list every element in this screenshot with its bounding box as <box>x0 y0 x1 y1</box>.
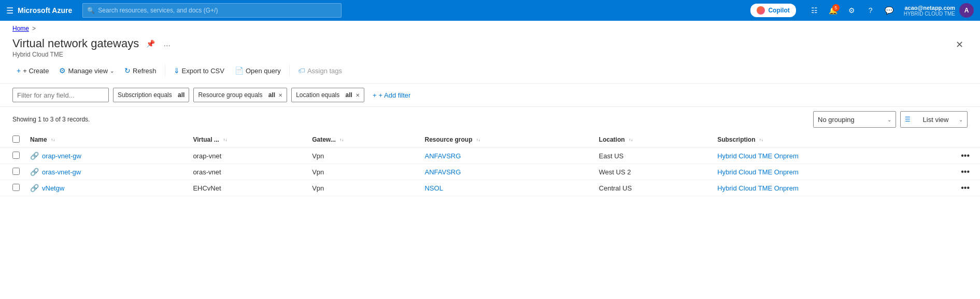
global-search[interactable]: 🔍 <box>82 3 342 18</box>
portal-menu-icon[interactable]: ☷ <box>806 2 823 19</box>
row-name-link-2[interactable]: vNetgw <box>42 184 64 192</box>
list-view-dropdown[interactable]: ☰ List view ⌄ <box>900 111 968 128</box>
row-location-2: Central US <box>593 180 712 196</box>
feedback-icon[interactable]: 💬 <box>881 2 898 19</box>
export-csv-icon: ⇓ <box>174 66 180 75</box>
assign-tags-button[interactable]: 🏷 Assign tags <box>294 62 346 79</box>
notifications-icon[interactable]: 🔔 5 <box>825 2 842 19</box>
create-icon: + <box>17 66 21 75</box>
settings-icon[interactable]: ⚙ <box>844 2 860 19</box>
user-avatar[interactable]: A <box>959 3 974 18</box>
hamburger-menu-icon[interactable]: ☰ <box>6 6 13 16</box>
list-view-label: List view <box>923 116 949 124</box>
row-more-button-2[interactable]: ••• <box>957 182 974 193</box>
filter-input[interactable] <box>12 88 109 102</box>
manage-view-chevron: ⌄ <box>110 68 114 74</box>
subscription-sort-icons: ↑↓ <box>759 138 763 142</box>
row-more-cell-0: ••• <box>950 148 980 164</box>
row-resource-group-2: NSOL <box>418 180 592 196</box>
row-name-link-0[interactable]: orap-vnet-gw <box>42 152 81 160</box>
search-input[interactable] <box>98 7 337 14</box>
row-checkbox-2[interactable] <box>12 184 20 191</box>
add-filter-button[interactable]: + + Add filter <box>368 88 415 102</box>
copilot-label: Copilot <box>768 7 789 14</box>
breadcrumb-home[interactable]: Home <box>12 25 29 32</box>
row-more-button-1[interactable]: ••• <box>957 166 974 177</box>
location-filter-close-icon[interactable]: ✕ <box>356 92 360 98</box>
row-name-cell-2: 🔗 vNetgw <box>24 180 187 196</box>
main-content: Home > Virtual network gateways 📌 … Hybr… <box>0 21 980 299</box>
gateway-icon-0: 🔗 <box>30 152 39 160</box>
filter-bar: Subscription equals all Resource group e… <box>0 84 980 107</box>
row-rg-link-0[interactable]: ANFAVSRG <box>424 152 461 160</box>
row-gateway-type-1: Vpn <box>306 164 418 180</box>
view-controls: No grouping ⌄ ☰ List view ⌄ <box>813 111 968 128</box>
row-name-link-1[interactable]: oras-vnet-gw <box>42 168 81 176</box>
page-title-row: Virtual network gateways 📌 … <box>12 36 174 51</box>
row-gateway-type-0: Vpn <box>306 148 418 164</box>
page-header: Virtual network gateways 📌 … Hybrid Clou… <box>0 32 980 58</box>
select-all-header[interactable] <box>0 132 24 148</box>
col-header-resource-group[interactable]: Resource group ↑↓ <box>418 132 592 148</box>
row-rg-link-2[interactable]: NSOL <box>424 184 443 192</box>
col-header-gateway-type[interactable]: Gatew... ↑↓ <box>306 132 418 148</box>
subscription-filter-tag[interactable]: Subscription equals all <box>113 88 189 102</box>
grouping-dropdown[interactable]: No grouping ⌄ <box>813 111 896 128</box>
row-resource-group-0: ANFAVSRG <box>418 148 592 164</box>
user-profile[interactable]: acao@netapp.com HYBRID CLOUD TME A <box>904 3 974 18</box>
export-csv-label: Export to CSV <box>182 67 224 75</box>
list-view-icon: ☰ <box>905 116 911 123</box>
row-checkbox-cell-0[interactable] <box>0 148 24 164</box>
select-all-checkbox[interactable] <box>12 135 20 143</box>
col-header-actions <box>950 132 980 148</box>
create-label: + Create <box>23 67 49 75</box>
refresh-button[interactable]: ↻ Refresh <box>120 62 161 79</box>
resource-group-filter-close-icon[interactable]: ✕ <box>278 92 282 98</box>
close-button[interactable]: ✕ <box>951 36 968 53</box>
row-checkbox-1[interactable] <box>12 168 20 175</box>
row-virtual-network-1: oras-vnet <box>187 164 306 180</box>
data-table: Name ↑↓ Virtual ... ↑↓ Gatew... ↑↓ Resou… <box>0 132 980 196</box>
create-button[interactable]: + + Create <box>12 62 53 79</box>
add-filter-icon: + <box>373 91 377 99</box>
row-sub-link-0[interactable]: Hybrid Cloud TME Onprem <box>717 152 799 160</box>
grouping-label: No grouping <box>818 116 855 124</box>
add-filter-label: + Add filter <box>379 91 411 99</box>
gateway-icon-2: 🔗 <box>30 184 39 192</box>
more-options-icon[interactable]: … <box>160 36 174 51</box>
subscription-filter-value: all <box>178 91 184 99</box>
manage-view-button[interactable]: ⚙ Manage view ⌄ <box>55 62 118 79</box>
export-csv-button[interactable]: ⇓ Export to CSV <box>169 62 229 79</box>
grouping-chevron-icon: ⌄ <box>887 117 891 123</box>
row-more-button-0[interactable]: ••• <box>957 150 974 161</box>
breadcrumb: Home > <box>0 21 980 32</box>
records-bar: Showing 1 to 3 of 3 records. No grouping… <box>0 107 980 132</box>
assign-tags-label: Assign tags <box>307 67 342 75</box>
pin-icon[interactable]: 📌 <box>143 36 158 51</box>
row-location-0: East US <box>593 148 712 164</box>
open-query-button[interactable]: 📄 Open query <box>231 62 285 79</box>
breadcrumb-separator: > <box>32 25 36 32</box>
col-header-location[interactable]: Location ↑↓ <box>593 132 712 148</box>
row-sub-link-1[interactable]: Hybrid Cloud TME Onprem <box>717 168 799 176</box>
records-count: Showing 1 to 3 of 3 records. <box>12 116 90 123</box>
row-rg-link-1[interactable]: ANFAVSRG <box>424 168 461 176</box>
gateway-icon-1: 🔗 <box>30 168 39 176</box>
col-header-name[interactable]: Name ↑↓ <box>24 132 187 148</box>
user-role: HYBRID CLOUD TME <box>904 11 955 17</box>
row-checkbox-cell-2[interactable] <box>0 180 24 196</box>
location-filter-tag[interactable]: Location equals all ✕ <box>291 88 364 102</box>
copilot-button[interactable]: Copilot <box>750 4 796 17</box>
notification-badge: 5 <box>832 4 840 11</box>
row-checkbox-cell-1[interactable] <box>0 164 24 180</box>
table-header: Name ↑↓ Virtual ... ↑↓ Gatew... ↑↓ Resou… <box>0 132 980 148</box>
help-icon[interactable]: ? <box>862 2 879 19</box>
col-header-virtual-network[interactable]: Virtual ... ↑↓ <box>187 132 306 148</box>
row-more-cell-1: ••• <box>950 164 980 180</box>
col-header-subscription[interactable]: Subscription ↑↓ <box>711 132 950 148</box>
page-title: Virtual network gateways <box>12 37 139 50</box>
row-sub-link-2[interactable]: Hybrid Cloud TME Onprem <box>717 184 799 192</box>
resource-group-filter-tag[interactable]: Resource group equals all ✕ <box>193 88 287 102</box>
location-filter-label: Location equals <box>296 91 339 99</box>
row-checkbox-0[interactable] <box>12 152 20 159</box>
